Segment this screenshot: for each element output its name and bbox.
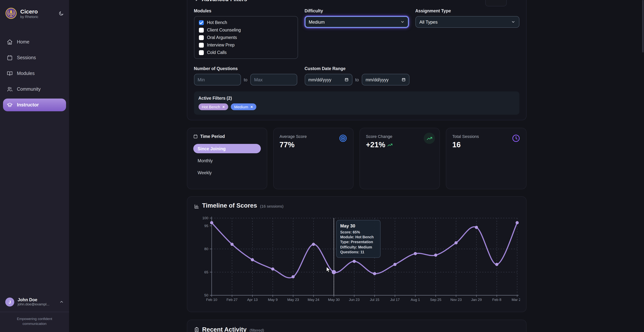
data-point[interactable] <box>495 263 498 266</box>
svg-text:65: 65 <box>204 270 208 274</box>
dark-mode-moon-icon[interactable] <box>58 11 64 16</box>
min-questions-input[interactable] <box>194 74 241 85</box>
date-range-label: Custom Date Range <box>304 66 519 71</box>
logo-row: Cicero by Rhetoric <box>0 4 69 19</box>
difficulty-select[interactable]: Medium <box>304 16 408 28</box>
chip-medium[interactable]: Medium × <box>231 103 256 110</box>
score-line <box>212 223 517 278</box>
sidebar-item-label: Home <box>17 39 30 45</box>
chevron-down-icon <box>511 20 515 24</box>
data-point[interactable] <box>210 221 213 224</box>
difficulty-filter: Difficulty Medium <box>304 9 408 59</box>
sidebar-item-label: Sessions <box>17 55 36 60</box>
data-point[interactable] <box>251 258 254 261</box>
checkbox-row-client-counseling[interactable]: Client Counseling <box>199 27 293 33</box>
svg-text:Sep 25: Sep 25 <box>430 298 441 302</box>
svg-text:Apr 13: Apr 13 <box>247 298 258 302</box>
oral-arguments-checkbox[interactable] <box>199 35 204 40</box>
client-counseling-checkbox[interactable] <box>199 27 204 32</box>
data-point[interactable] <box>271 268 274 271</box>
question-count-label: Number of Questions <box>194 66 298 71</box>
time-period-options: Since Joining Monthly Weekly <box>193 144 261 177</box>
scrollbar[interactable] <box>642 0 644 332</box>
calendar-icon <box>7 55 13 61</box>
checkbox-row-hot-bench[interactable]: Hot Bench <box>199 20 293 25</box>
cicero-logo-icon <box>5 7 17 19</box>
active-filters-panel: Active Filters (2) Hot Bench × Medium × <box>194 91 519 115</box>
recent-activity-header: Recent Activity (filtered) <box>194 326 519 332</box>
max-questions-input[interactable] <box>250 74 297 85</box>
collapse-filters-button[interactable] <box>485 0 506 6</box>
data-point[interactable] <box>352 260 356 263</box>
clipboard-icon <box>194 327 199 332</box>
scrollbar-thumb[interactable] <box>642 0 644 52</box>
advanced-filters-heading: Advanced Filters <box>194 0 519 3</box>
sidebar-nav: Home Sessions Modules Community <box>0 36 69 111</box>
sidebar-item-label: Community <box>17 87 40 92</box>
data-point[interactable] <box>414 252 417 255</box>
recent-activity-title: Recent Activity <box>202 326 246 332</box>
logo-text: Cicero by Rhetoric <box>20 8 38 18</box>
data-point[interactable] <box>393 263 396 266</box>
filter-grid-top: Modules Hot Bench Client Counseling <box>194 9 519 59</box>
sidebar-item-label: Instructor <box>17 102 39 108</box>
time-period-option-since-joining[interactable]: Since Joining <box>193 144 261 153</box>
cold-calls-checkbox[interactable] <box>199 50 204 55</box>
interview-prep-checkbox[interactable] <box>199 42 204 47</box>
sidebar-item-community[interactable]: Community <box>3 83 66 96</box>
data-point[interactable] <box>332 270 336 274</box>
start-date-input[interactable]: mm/dd/yyyy <box>304 74 352 85</box>
sidebar-item-home[interactable]: Home <box>3 36 66 48</box>
recent-activity-subtitle: (filtered) <box>250 328 264 332</box>
time-period-option-monthly[interactable]: Monthly <box>193 156 261 165</box>
content-column: Advanced Filters Modules Hot Bench <box>187 0 526 332</box>
data-point[interactable] <box>434 254 437 257</box>
average-score-value: 77% <box>280 141 294 149</box>
data-point[interactable] <box>312 243 315 246</box>
time-period-option-weekly[interactable]: Weekly <box>193 168 261 177</box>
data-point[interactable] <box>516 221 519 224</box>
data-point[interactable] <box>373 272 376 275</box>
sidebar-item-sessions[interactable]: Sessions <box>3 51 66 64</box>
checkbox-label: Cold Calls <box>207 50 227 55</box>
svg-text:Feb 27: Feb 27 <box>226 298 237 302</box>
calendar-icon <box>344 78 348 82</box>
timeline-chart[interactable]: 10095806550Feb 10Feb 27Apr 13May 9May 23… <box>194 212 520 305</box>
user-meta: John Doe john.doe@exampl... <box>18 298 49 307</box>
trending-up-icon <box>387 142 392 148</box>
svg-text:Feb 8: Feb 8 <box>492 298 501 302</box>
calendar-icon <box>193 134 198 139</box>
range-separator: to <box>244 77 247 82</box>
user-menu[interactable]: J John Doe john.doe@exampl... <box>0 298 69 312</box>
checkbox-row-cold-calls[interactable]: Cold Calls <box>199 50 293 55</box>
checkbox-row-interview-prep[interactable]: Interview Prep <box>199 42 293 48</box>
axes <box>210 217 518 297</box>
svg-text:95: 95 <box>204 224 208 228</box>
app-name: Cicero <box>20 8 38 14</box>
data-point[interactable] <box>230 243 234 246</box>
chevron-up-icon[interactable] <box>59 300 64 304</box>
remove-chip-icon[interactable]: × <box>222 105 225 109</box>
sidebar-item-instructor[interactable]: Instructor <box>3 99 66 111</box>
assignment-type-select[interactable]: All Types <box>415 16 519 28</box>
data-point[interactable] <box>454 241 458 244</box>
data-point[interactable] <box>292 275 294 278</box>
sidebar-item-modules[interactable]: Modules <box>3 67 66 80</box>
svg-text:Jul 17: Jul 17 <box>390 298 400 302</box>
svg-text:May 9: May 9 <box>268 298 278 302</box>
chip-hot-bench[interactable]: Hot Bench × <box>198 103 228 110</box>
chip-label: Medium <box>234 105 248 109</box>
remove-chip-icon[interactable]: × <box>250 105 253 109</box>
active-filter-chips: Hot Bench × Medium × <box>198 103 515 110</box>
hot-bench-checkbox[interactable] <box>199 20 204 25</box>
chart-body: 10095806550Feb 10Feb 27Apr 13May 9May 23… <box>194 212 519 307</box>
checkbox-label: Oral Arguments <box>207 35 237 40</box>
end-date-input[interactable]: mm/dd/yyyy <box>362 74 410 85</box>
svg-text:Nov 23: Nov 23 <box>450 298 462 302</box>
assignment-type-value: All Types <box>420 19 511 24</box>
average-score-label: Average Score <box>280 134 347 139</box>
end-date-placeholder: mm/dd/yyyy <box>366 77 399 82</box>
date-range-filter: Custom Date Range mm/dd/yyyy to mm/dd/yy… <box>304 66 519 85</box>
data-point[interactable] <box>475 226 478 229</box>
checkbox-row-oral-arguments[interactable]: Oral Arguments <box>199 35 293 40</box>
